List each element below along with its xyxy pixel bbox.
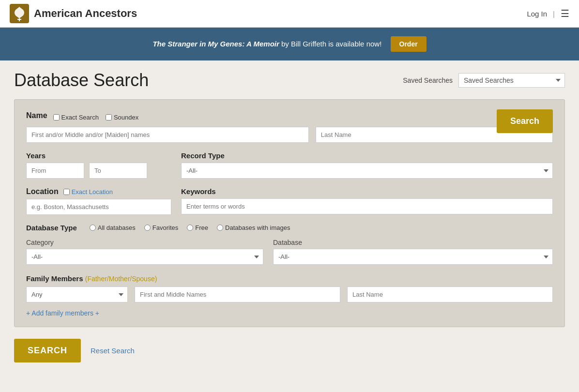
keywords-section: Keywords xyxy=(181,187,553,214)
logo-area: American Ancestors xyxy=(10,4,137,23)
db-type-free-label: Free xyxy=(195,224,208,231)
years-section: Years xyxy=(26,151,171,179)
location-label: Location xyxy=(26,187,59,196)
search-button-top[interactable]: Search xyxy=(497,109,553,133)
page-title: Database Search xyxy=(14,70,149,90)
db-type-label: Database Type xyxy=(26,224,77,232)
keywords-input[interactable] xyxy=(181,198,553,214)
category-section: Category -All- xyxy=(26,239,263,265)
record-type-label: Record Type xyxy=(181,151,553,160)
database-label: Database xyxy=(273,239,553,246)
name-inputs-row xyxy=(26,127,553,143)
category-db-row: Category -All- Database -All- xyxy=(26,239,553,265)
reset-search-link[interactable]: Reset Search xyxy=(91,347,135,355)
db-type-all-label: All databases xyxy=(98,224,136,231)
location-label-row: Location Exact Location xyxy=(26,187,171,196)
family-relation-select[interactable]: Any xyxy=(26,286,128,302)
category-label: Category xyxy=(26,239,263,246)
login-link[interactable]: Log In xyxy=(527,10,547,18)
page-content: Database Search Saved Searches Saved Sea… xyxy=(6,60,573,382)
location-input[interactable] xyxy=(26,199,171,215)
from-year-input[interactable] xyxy=(26,163,84,179)
add-family-link[interactable]: + Add family members + xyxy=(26,309,99,317)
top-nav: Log In | ☰ xyxy=(527,8,569,19)
nav-separator: | xyxy=(553,10,555,18)
db-type-free-radio[interactable] xyxy=(187,225,193,231)
db-type-free[interactable]: Free xyxy=(187,224,208,231)
years-inputs xyxy=(26,163,171,179)
family-inputs-row: Any xyxy=(26,286,553,302)
exact-location-option[interactable]: Exact Location xyxy=(63,188,113,196)
family-members-label: Family Members (Father/Mother/Spouse) xyxy=(26,274,157,283)
record-type-section: Record Type -All- xyxy=(181,151,553,179)
location-section: Location Exact Location xyxy=(26,187,171,215)
banner-italic-text: The Stranger in My Genes: A Memoir xyxy=(152,40,279,48)
record-type-select[interactable]: -All- xyxy=(181,163,553,179)
db-type-favorites-radio[interactable] xyxy=(144,225,151,231)
name-label: Name xyxy=(26,111,47,120)
years-record-row: Years Record Type -All- xyxy=(26,151,553,179)
saved-searches-label: Saved Searches xyxy=(403,76,453,84)
exact-location-label: Exact Location xyxy=(72,188,113,196)
family-section: Family Members (Father/Mother/Spouse) An… xyxy=(26,274,553,317)
banner-suffix-text: by Bill Griffeth is available now! xyxy=(279,40,382,48)
db-type-images-radio[interactable] xyxy=(217,225,223,231)
db-type-all[interactable]: All databases xyxy=(90,224,136,231)
soundex-option[interactable]: Soundex xyxy=(106,114,138,121)
keywords-label: Keywords xyxy=(181,187,553,196)
exact-search-label: Exact Search xyxy=(61,114,99,121)
name-section: Name Exact Search Soundex xyxy=(26,111,553,143)
first-name-input[interactable] xyxy=(26,127,309,143)
db-type-images-label: Databases with images xyxy=(225,224,290,231)
order-button[interactable]: Order xyxy=(391,36,427,52)
name-label-row: Name Exact Search Soundex xyxy=(26,111,553,123)
category-select[interactable]: -All- xyxy=(26,249,263,265)
logo-icon xyxy=(10,4,29,23)
soundex-checkbox[interactable] xyxy=(106,114,112,121)
db-type-favorites-label: Favorites xyxy=(152,224,178,231)
database-section: Database -All- xyxy=(273,239,553,265)
database-select[interactable]: -All- xyxy=(273,249,553,265)
db-type-favorites[interactable]: Favorites xyxy=(144,224,178,231)
name-options: Exact Search Soundex xyxy=(53,114,139,121)
search-button-bottom[interactable]: SEARCH xyxy=(14,339,81,362)
family-first-name-input[interactable] xyxy=(135,286,340,302)
top-bar: American Ancestors Log In | ☰ xyxy=(0,0,579,28)
db-type-all-radio[interactable] xyxy=(90,225,96,231)
title-row: Database Search Saved Searches Saved Sea… xyxy=(14,70,565,90)
soundex-label: Soundex xyxy=(114,114,138,121)
search-form-box: Search Name Exact Search Soundex xyxy=(14,99,565,327)
banner: The Stranger in My Genes: A Memoir by Bi… xyxy=(0,28,579,60)
to-year-input[interactable] xyxy=(89,163,147,179)
exact-search-checkbox[interactable] xyxy=(53,114,60,121)
bottom-buttons: SEARCH Reset Search xyxy=(14,339,565,372)
exact-search-option[interactable]: Exact Search xyxy=(53,114,99,121)
saved-searches-area: Saved Searches Saved Searches xyxy=(403,73,565,88)
saved-searches-select[interactable]: Saved Searches xyxy=(458,73,565,88)
db-type-row: Database Type All databases Favorites Fr… xyxy=(26,224,553,232)
exact-location-checkbox[interactable] xyxy=(63,189,70,195)
location-keywords-row: Location Exact Location Keywords xyxy=(26,187,553,215)
db-type-options: All databases Favorites Free Databases w… xyxy=(90,224,290,231)
family-last-name-input[interactable] xyxy=(347,286,553,302)
years-label: Years xyxy=(26,151,171,160)
logo-text: American Ancestors xyxy=(34,7,137,20)
db-type-images[interactable]: Databases with images xyxy=(217,224,290,231)
menu-icon[interactable]: ☰ xyxy=(561,8,569,19)
family-members-sub: (Father/Mother/Spouse) xyxy=(85,275,157,283)
